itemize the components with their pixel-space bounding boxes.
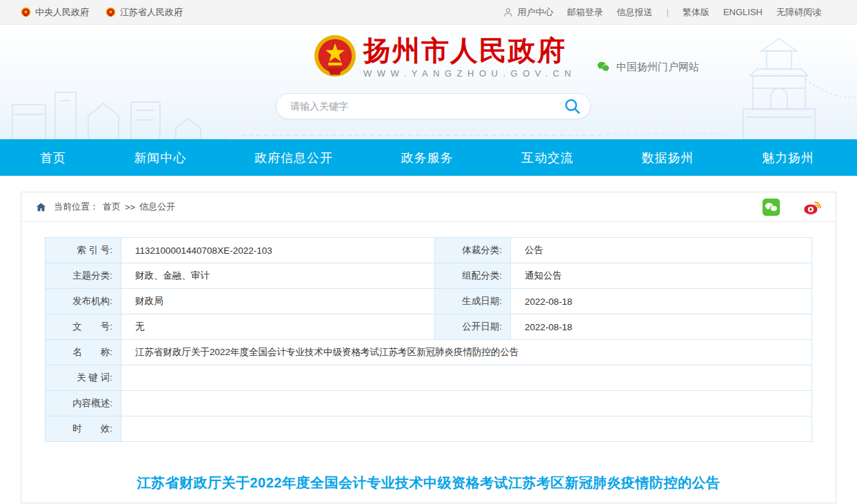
field-value-index-number: 1132100001440708XE-2022-103: [121, 238, 435, 263]
field-label-generation-date: 生成日期:: [435, 289, 511, 314]
site-title-block: 扬州市人民政府 WWW.YANGZHOU.GOV.CN: [363, 34, 576, 79]
field-value-content-summary: [121, 391, 812, 416]
field-label-document-number: 文 号:: [46, 314, 121, 340]
search-button[interactable]: [563, 97, 582, 116]
field-label-keywords: 关 键 词:: [46, 365, 121, 391]
share-wechat-button[interactable]: [762, 198, 780, 216]
field-value-document-number: 无: [121, 314, 435, 340]
field-value-name: 江苏省财政厅关于2022年度全国会计专业技术中级资格考试江苏考区新冠肺炎疫情防控…: [121, 340, 812, 365]
table-row: 文 号: 无 公开日期: 2022-08-18: [46, 314, 812, 340]
home-icon: [35, 201, 47, 213]
topbar-divider: |: [667, 7, 669, 17]
share-weibo-button[interactable]: [803, 197, 822, 216]
nav-data-yangzhou[interactable]: 数据扬州: [642, 150, 694, 166]
wechat-icon: [762, 198, 780, 216]
breadcrumb-home-link[interactable]: 首页: [103, 201, 121, 213]
user-center-label: 用户中心: [518, 6, 554, 19]
table-row: 关 键 词:: [46, 365, 812, 391]
search-icon: [563, 97, 581, 115]
field-value-issuing-agency: 财政局: [121, 289, 435, 314]
field-value-group-category: 通知公告: [511, 263, 812, 289]
jiangsu-gov-label: 江苏省人民政府: [120, 6, 183, 19]
table-row: 时 效:: [46, 416, 812, 442]
article-title: 江苏省财政厅关于2022年度全国会计专业技术中级资格考试江苏考区新冠肺炎疫情防控…: [21, 474, 836, 492]
topbar-right: 用户中心 邮箱登录 信息报送 | 繁体版 ENGLISH 无障碍阅读: [503, 6, 821, 19]
breadcrumb-prefix: 当前位置：: [54, 201, 99, 213]
national-emblem-icon: [21, 7, 31, 17]
metadata-table: 索 引 号: 1132100001440708XE-2022-103 体裁分类:…: [45, 237, 812, 442]
nav-news-center[interactable]: 新闻中心: [134, 150, 187, 166]
nav-interaction[interactable]: 互动交流: [521, 150, 574, 166]
field-value-genre-category: 公告: [511, 238, 812, 263]
nav-gov-info-disclosure[interactable]: 政府信息公开: [254, 150, 333, 166]
link-central-government[interactable]: 中央人民政府: [21, 6, 89, 19]
main-nav: 首页 新闻中心 政府信息公开 政务服务 互动交流 数据扬州 魅力扬州: [0, 139, 857, 176]
table-row: 内容概述:: [46, 391, 812, 416]
field-label-group-category: 组配分类:: [435, 263, 511, 289]
site-name: 扬州市人民政府: [363, 34, 576, 66]
field-value-keywords: [121, 365, 812, 391]
central-gov-label: 中央人民政府: [35, 6, 89, 19]
wechat-icon: [596, 59, 611, 74]
table-row: 主题分类: 财政、金融、审计 组配分类: 通知公告: [46, 263, 812, 289]
field-value-generation-date: 2022-08-18: [511, 289, 812, 314]
user-center-link[interactable]: 用户中心: [503, 6, 554, 19]
content-area: 当前位置： 首页 >> 信息公开: [0, 176, 857, 503]
search-bar: [276, 93, 591, 119]
site-url: WWW.YANGZHOU.GOV.CN: [363, 68, 576, 79]
traditional-version-link[interactable]: 繁体版: [683, 6, 709, 19]
field-label-publish-date: 公开日期:: [435, 314, 511, 340]
field-label-issuing-agency: 发布机构:: [46, 289, 121, 314]
content-card: 当前位置： 首页 >> 信息公开: [21, 192, 836, 503]
mail-login-link[interactable]: 邮箱登录: [567, 6, 603, 19]
search-input[interactable]: [290, 101, 563, 112]
topbar: 中央人民政府 江苏省人民政府 用户中心 邮箱登录 信息报送 | 繁体版 ENGL…: [0, 0, 857, 25]
field-label-index-number: 索 引 号:: [46, 238, 121, 263]
weibo-icon: [803, 197, 822, 216]
nav-gov-services[interactable]: 政务服务: [401, 150, 454, 166]
portal-label-text: 中国扬州门户网站: [616, 61, 699, 74]
field-label-theme-category: 主题分类:: [46, 263, 121, 289]
breadcrumb-section-link[interactable]: 信息公开: [139, 201, 175, 213]
topbar-left: 中央人民政府 江苏省人民政府: [21, 6, 183, 19]
portal-label: 中国扬州门户网站: [596, 59, 699, 74]
national-emblem-icon: [314, 34, 356, 77]
nav-charm-yangzhou[interactable]: 魅力扬州: [762, 150, 814, 166]
table-row: 发布机构: 财政局 生成日期: 2022-08-18: [46, 289, 812, 314]
field-label-validity: 时 效:: [46, 416, 121, 442]
info-report-link[interactable]: 信息报送: [617, 6, 653, 19]
accessibility-link[interactable]: 无障碍阅读: [776, 6, 821, 19]
field-label-content-summary: 内容概述:: [46, 391, 121, 416]
national-emblem-icon: [105, 7, 116, 17]
user-icon: [503, 7, 514, 18]
field-value-validity: [121, 416, 812, 442]
field-label-name: 名 称:: [46, 340, 121, 365]
field-label-genre-category: 体裁分类:: [435, 238, 511, 263]
table-row: 索 引 号: 1132100001440708XE-2022-103 体裁分类:…: [46, 238, 812, 263]
site-header: 扬州市人民政府 WWW.YANGZHOU.GOV.CN 中国扬州门户网站: [0, 25, 857, 139]
breadcrumb: 当前位置： 首页 >> 信息公开: [21, 192, 836, 222]
link-jiangsu-government[interactable]: 江苏省人民政府: [105, 6, 183, 19]
field-value-theme-category: 财政、金融、审计: [121, 263, 435, 289]
nav-home[interactable]: 首页: [40, 150, 66, 166]
table-row: 名 称: 江苏省财政厅关于2022年度全国会计专业技术中级资格考试江苏考区新冠肺…: [46, 340, 812, 365]
field-value-publish-date: 2022-08-18: [511, 314, 812, 340]
site-logo[interactable]: 扬州市人民政府 WWW.YANGZHOU.GOV.CN: [314, 34, 576, 79]
english-version-link[interactable]: ENGLISH: [723, 7, 763, 17]
breadcrumb-separator: >>: [125, 202, 135, 212]
share-icons: [762, 197, 822, 216]
